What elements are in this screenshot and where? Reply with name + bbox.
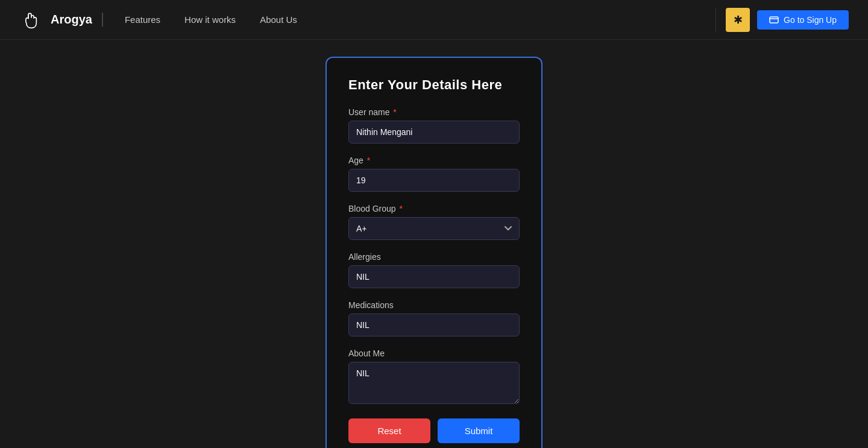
about-me-label: About Me xyxy=(348,349,520,358)
star-icon: ✱ xyxy=(734,13,743,27)
submit-button[interactable]: Submit xyxy=(438,418,520,443)
username-required: * xyxy=(391,107,396,117)
allergies-group: Allergies xyxy=(348,252,520,288)
brand-name: Arogya xyxy=(51,13,103,27)
age-input[interactable] xyxy=(348,169,520,192)
blood-group-required: * xyxy=(397,204,403,213)
navbar-divider xyxy=(715,8,716,32)
medications-input[interactable] xyxy=(348,314,520,336)
username-group: User name * xyxy=(348,107,520,144)
age-group: Age * xyxy=(348,156,520,192)
navbar: Arogya Features How it works About Us ✱ … xyxy=(0,0,868,40)
nav-link-about-us[interactable]: About Us xyxy=(260,14,297,25)
age-label: Age * xyxy=(348,156,520,165)
icon-button[interactable]: ✱ xyxy=(726,8,750,32)
navbar-links: Features How it works About Us xyxy=(125,14,297,25)
signup-button[interactable]: Go to Sign Up xyxy=(757,10,849,30)
blood-group-select[interactable]: A+ A- B+ B- AB+ AB- O+ O- xyxy=(348,217,520,240)
logo-icon xyxy=(19,8,43,32)
age-required: * xyxy=(365,156,370,165)
form-card: Enter Your Details Here User name * Age … xyxy=(326,57,542,448)
form-buttons: Reset Submit xyxy=(348,418,520,443)
navbar-right: ✱ Go to Sign Up xyxy=(715,8,849,32)
username-input[interactable] xyxy=(348,121,520,144)
medications-group: Medications xyxy=(348,300,520,336)
about-me-group: About Me NIL xyxy=(348,349,520,406)
svg-rect-4 xyxy=(770,17,778,23)
blood-group-label: Blood Group * xyxy=(348,204,520,213)
nav-link-features[interactable]: Features xyxy=(125,14,160,25)
nav-link-how-it-works[interactable]: How it works xyxy=(184,14,236,25)
blood-group-group: Blood Group * A+ A- B+ B- AB+ AB- O+ O- xyxy=(348,204,520,240)
navbar-left: Arogya Features How it works About Us xyxy=(19,8,297,32)
reset-button[interactable]: Reset xyxy=(348,418,430,443)
main-content: Enter Your Details Here User name * Age … xyxy=(0,40,868,448)
about-me-textarea[interactable]: NIL xyxy=(348,362,520,404)
allergies-label: Allergies xyxy=(348,252,520,262)
signup-button-label: Go to Sign Up xyxy=(784,15,837,25)
form-title: Enter Your Details Here xyxy=(348,77,520,93)
username-label: User name * xyxy=(348,107,520,117)
medications-label: Medications xyxy=(348,300,520,310)
allergies-input[interactable] xyxy=(348,265,520,288)
signup-icon xyxy=(769,16,779,24)
